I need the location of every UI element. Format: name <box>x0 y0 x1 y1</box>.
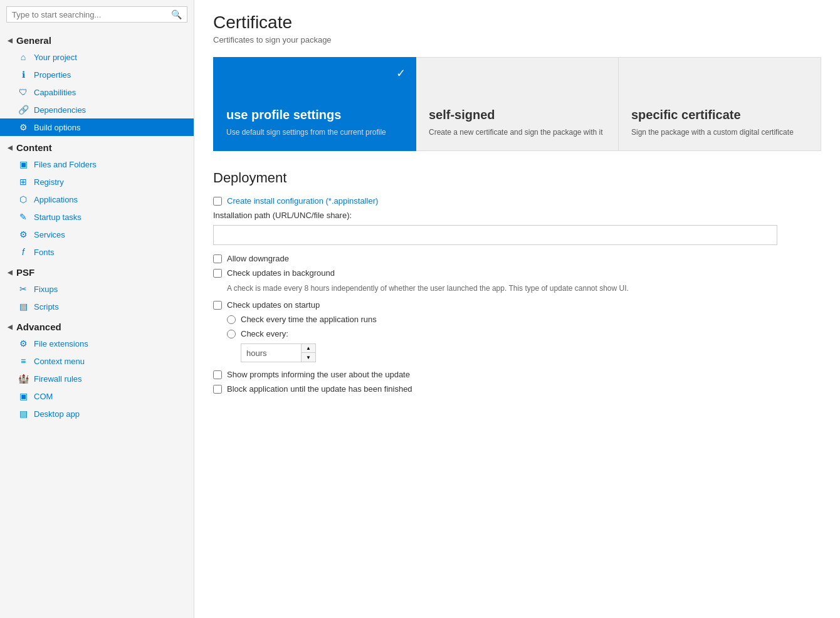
block-app-row: Block application until the update has b… <box>213 384 821 394</box>
content-section-header[interactable]: ◀ Content <box>0 136 194 155</box>
check-every-time-row: Check every time the application runs <box>227 315 821 324</box>
advanced-section-header[interactable]: ◀ Advanced <box>0 315 194 335</box>
install-path-input[interactable] <box>213 225 777 245</box>
deployment-title: Deployment <box>213 170 821 186</box>
allow-downgrade-checkbox[interactable] <box>213 254 222 263</box>
services-label: Services <box>34 230 65 239</box>
search-icon: 🔍 <box>171 9 182 19</box>
context-menu-label: Context menu <box>34 357 85 366</box>
create-install-checkbox[interactable] <box>213 197 222 206</box>
cert-card-self-signed-desc: Create a new certificate and sign the pa… <box>429 127 606 138</box>
applications-label: Applications <box>34 195 78 204</box>
sidebar-item-your-project[interactable]: ⌂ Your project <box>0 48 194 66</box>
sidebar-item-startup-tasks[interactable]: ✎ Startup tasks <box>0 208 194 226</box>
main-content: Certificate Certificates to sign your pa… <box>194 0 840 618</box>
properties-label: Properties <box>34 70 71 80</box>
sidebar-item-file-extensions[interactable]: ⚙ File extensions <box>0 335 194 352</box>
sidebar-item-firewall-rules[interactable]: 🏰 Firewall rules <box>0 370 194 387</box>
psf-section-header[interactable]: ◀ PSF <box>0 261 194 280</box>
check-every-radio[interactable] <box>227 330 236 338</box>
fonts-label: Fonts <box>34 248 55 257</box>
certificate-cards: ✓ use profile settings Use default sign … <box>213 57 821 151</box>
cert-card-self-signed[interactable]: self-signed Create a new certificate and… <box>416 57 619 151</box>
scripts-label: Scripts <box>34 302 59 312</box>
nav-section-advanced: ◀ Advanced ⚙ File extensions ≡ Context m… <box>0 315 194 422</box>
sidebar: 🔍 ◀ General ⌂ Your project ℹ Properties … <box>0 0 194 618</box>
sidebar-item-capabilities[interactable]: 🛡 Capabilities <box>0 83 194 101</box>
sidebar-item-dependencies[interactable]: 🔗 Dependencies <box>0 101 194 118</box>
build-options-label: Build options <box>34 123 80 132</box>
allow-downgrade-row: Allow downgrade <box>213 254 821 263</box>
check-updates-startup-checkbox[interactable] <box>213 301 222 310</box>
allow-downgrade-label: Allow downgrade <box>227 254 289 263</box>
services-icon: ⚙ <box>18 229 29 239</box>
page-subtitle: Certificates to sign your package <box>213 35 821 45</box>
registry-label: Registry <box>34 177 64 187</box>
arrow-icon-psf: ◀ <box>8 269 13 276</box>
cert-card-profile-desc: Use default sign settings from the curre… <box>226 127 403 138</box>
deployment-section: Deployment Create install configuration … <box>213 170 821 394</box>
general-section-label: General <box>16 35 51 46</box>
sidebar-item-context-menu[interactable]: ≡ Context menu <box>0 352 194 370</box>
com-icon: ▣ <box>18 391 29 401</box>
check-updates-bg-row: Check updates in background <box>213 268 821 278</box>
general-section-header[interactable]: ◀ General <box>0 29 194 48</box>
dependencies-label: Dependencies <box>34 105 86 115</box>
search-input[interactable] <box>12 10 171 19</box>
cert-card-specific-title: specific certificate <box>631 107 808 122</box>
cert-card-specific-desc: Sign the package with a custom digital c… <box>631 127 808 138</box>
check-updates-bg-label: Check updates in background <box>227 268 335 278</box>
sidebar-item-files-folders[interactable]: ▣ Files and Folders <box>0 155 194 173</box>
check-updates-bg-checkbox[interactable] <box>213 269 222 278</box>
fixups-label: Fixups <box>34 285 58 294</box>
files-icon: ▣ <box>18 159 29 169</box>
context-menu-icon: ≡ <box>18 356 29 366</box>
show-prompts-label: Show prompts informing the user about th… <box>227 370 410 379</box>
checkmark-icon: ✓ <box>396 66 406 80</box>
check-every-label: Check every: <box>241 329 288 338</box>
spinner-up-button[interactable]: ▲ <box>302 344 315 353</box>
registry-icon: ⊞ <box>18 177 29 187</box>
gear-icon: ⚙ <box>18 122 29 132</box>
sidebar-item-fixups[interactable]: ✂ Fixups <box>0 280 194 298</box>
cert-card-profile-settings[interactable]: ✓ use profile settings Use default sign … <box>213 57 416 151</box>
check-updates-bg-desc: A check is made every 8 hours independen… <box>227 283 760 294</box>
advanced-section-label: Advanced <box>16 322 61 332</box>
show-prompts-row: Show prompts informing the user about th… <box>213 370 821 379</box>
sidebar-item-build-options[interactable]: ⚙ Build options <box>0 118 194 136</box>
firewall-icon: 🏰 <box>18 374 29 384</box>
cert-card-specific-cert[interactable]: specific certificate Sign the package wi… <box>619 57 821 151</box>
spinner-down-button[interactable]: ▼ <box>302 353 315 362</box>
fixups-icon: ✂ <box>18 284 29 294</box>
file-extensions-label: File extensions <box>34 339 88 348</box>
startup-icon: ✎ <box>18 212 29 222</box>
check-every-time-radio[interactable] <box>227 315 236 324</box>
page-title: Certificate <box>213 13 821 33</box>
file-ext-icon: ⚙ <box>18 338 29 348</box>
spinner-buttons: ▲ ▼ <box>301 344 315 362</box>
link-icon: 🔗 <box>18 105 29 115</box>
arrow-icon-content: ◀ <box>8 144 13 151</box>
check-every-row: Check every: <box>227 329 821 338</box>
sidebar-item-services[interactable]: ⚙ Services <box>0 226 194 243</box>
files-folders-label: Files and Folders <box>34 160 97 169</box>
sidebar-item-scripts[interactable]: ▤ Scripts <box>0 298 194 315</box>
search-box[interactable]: 🔍 <box>6 6 187 23</box>
sidebar-item-properties[interactable]: ℹ Properties <box>0 66 194 83</box>
desktop-app-label: Desktop app <box>34 409 80 419</box>
your-project-label: Your project <box>34 53 77 62</box>
create-install-label[interactable]: Create install configuration (*.appinsta… <box>227 196 378 206</box>
sidebar-item-fonts[interactable]: f Fonts <box>0 243 194 261</box>
check-updates-startup-row: Check updates on startup <box>213 300 821 310</box>
sidebar-item-applications[interactable]: ⬡ Applications <box>0 191 194 208</box>
sidebar-item-com[interactable]: ▣ COM <box>0 387 194 405</box>
sidebar-item-registry[interactable]: ⊞ Registry <box>0 173 194 191</box>
startup-tasks-label: Startup tasks <box>34 212 81 222</box>
show-prompts-checkbox[interactable] <box>213 370 222 379</box>
block-app-checkbox[interactable] <box>213 385 222 394</box>
desktop-app-icon: ▤ <box>18 409 29 419</box>
nav-section-general: ◀ General ⌂ Your project ℹ Properties 🛡 … <box>0 29 194 136</box>
sidebar-item-desktop-app[interactable]: ▤ Desktop app <box>0 405 194 422</box>
arrow-icon: ◀ <box>8 37 13 44</box>
scripts-icon: ▤ <box>18 301 29 312</box>
